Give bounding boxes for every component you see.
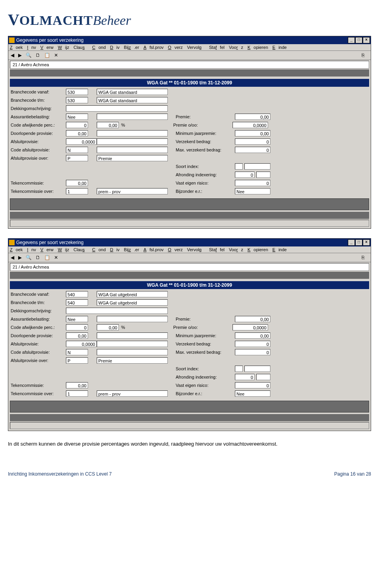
menu-overz[interactable]: Overz [168, 45, 182, 50]
afsluitprovisie-over-field[interactable]: P [66, 357, 88, 364]
verzekerd-bedrag-field[interactable]: 0 [235, 341, 270, 347]
premie-field[interactable]: 0,00 [235, 316, 270, 322]
soort-index-a-field[interactable] [235, 366, 243, 372]
menu-verw[interactable]: Verw [40, 45, 53, 50]
soort-index-a-field[interactable] [235, 163, 243, 170]
tekencommissie-field[interactable]: 0,00 [66, 180, 88, 186]
assurantiebelasting-field[interactable]: Nee [66, 316, 88, 322]
branchecode-vanaf-field[interactable]: 530 [66, 89, 88, 95]
search-icon[interactable]: 🔍 [26, 52, 32, 58]
max-verzekerd-field[interactable]: 0 [235, 349, 270, 355]
afsluitprovisie-over-name-field[interactable]: Premie [97, 155, 168, 161]
menu-einde[interactable]: Einde [272, 247, 287, 252]
menu-div[interactable]: Div [110, 45, 120, 50]
menu-verw[interactable]: Verw [40, 247, 53, 252]
premie-ooo-field[interactable]: 0,0000 [233, 122, 268, 128]
afsluitprovisie-field[interactable]: 0,0000 [66, 341, 97, 347]
menu-voorz[interactable]: Voorz [229, 45, 243, 50]
search-icon[interactable]: 🔍 [26, 255, 32, 260]
menu-inv[interactable]: Inv [27, 247, 36, 252]
exit-icon[interactable]: ⎘ [362, 52, 364, 58]
tekencommissie-over-name-field[interactable]: prem - prov [97, 390, 168, 397]
bijzonder-er-field[interactable]: Nee [235, 188, 270, 194]
code-afsluitprovisie-extra-field[interactable] [97, 349, 168, 355]
assurantiebelasting-extra-field[interactable] [97, 114, 168, 120]
maximize-button[interactable]: □ [355, 37, 362, 43]
delete-icon[interactable]: ✕ [54, 255, 58, 260]
tekencommissie-over-field[interactable]: 1 [66, 188, 88, 194]
menu-wijz[interactable]: Wijz [58, 247, 69, 252]
menu-claus[interactable]: Claus [73, 247, 88, 252]
close-button[interactable]: × [363, 239, 370, 246]
prev-icon[interactable]: ◀ [11, 52, 14, 58]
code-afw-pct-field[interactable]: 0,00 [97, 324, 119, 330]
afronding-index-field[interactable]: 0 [235, 172, 255, 178]
menu-voorz[interactable]: Voorz [229, 247, 243, 252]
menu-bijzer[interactable]: Bijz.er [124, 45, 139, 50]
min-jaarpremie-field[interactable]: 0,00 [235, 332, 270, 339]
menu-afslprov[interactable]: Afsl.prov [143, 247, 163, 252]
minimize-button[interactable]: _ [348, 37, 355, 43]
vast-eigen-risico-field[interactable]: 0 [235, 180, 270, 186]
dekkingomschrijving-field[interactable] [66, 308, 168, 314]
menu-div[interactable]: Div [110, 247, 120, 252]
premie-field[interactable]: 0,00 [235, 114, 270, 120]
menu-inv[interactable]: Inv [27, 45, 36, 50]
copy-icon[interactable]: 📋 [44, 255, 50, 260]
menu-overz[interactable]: Overz [168, 247, 182, 252]
branchecode-tm-field[interactable]: 540 [66, 299, 88, 306]
branchecode-tm-field[interactable]: 530 [66, 97, 88, 103]
prev-icon[interactable]: ◀ [11, 255, 14, 260]
menu-cond[interactable]: Cond [92, 45, 105, 50]
scrollbar-stub[interactable] [10, 220, 369, 227]
menu-staffel[interactable]: Staffel [209, 45, 225, 50]
menu-claus[interactable]: Claus [73, 45, 88, 50]
branche-vanaf-name-field[interactable]: WGA Gat uitgebreid [97, 291, 168, 297]
afsluitprovisie-extra-field[interactable] [97, 341, 168, 347]
code-afsluitprovisie-field[interactable]: N [66, 349, 88, 355]
tekencommissie-field[interactable]: 0,00 [66, 382, 88, 388]
branchecode-vanaf-field[interactable]: 540 [66, 291, 88, 297]
next-icon[interactable]: ▶ [18, 255, 22, 260]
menu-kopieren[interactable]: Kopieren [248, 247, 268, 252]
menu-kopieren[interactable]: Kopieren [248, 45, 268, 50]
new-icon[interactable]: 🗋 [36, 255, 40, 260]
max-verzekerd-field[interactable]: 0 [235, 147, 270, 153]
branche-tm-name-field[interactable]: WGA Gat standaard [97, 97, 168, 103]
menu-afslprov[interactable]: Afsl.prov [143, 45, 163, 50]
branche-vanaf-name-field[interactable]: WGA Gat standaard [97, 89, 168, 95]
doorlopende-provisie-field[interactable]: 0,00 [66, 130, 88, 136]
code-afw-perc-field[interactable]: 0 [66, 324, 88, 330]
maximize-button[interactable]: □ [355, 239, 362, 246]
code-afw-pct-field[interactable]: 0,00 [97, 122, 119, 128]
menu-wijz[interactable]: Wijz [58, 45, 69, 50]
titlebar[interactable]: Gegevens per soort verzekering _ □ × [8, 239, 371, 246]
premie-ooo-field[interactable]: 0,0000 [233, 324, 268, 330]
copy-icon[interactable]: 📋 [44, 52, 50, 58]
exit-icon[interactable]: ⎘ [362, 255, 364, 260]
vast-eigen-risico-field[interactable]: 0 [235, 382, 270, 388]
scrollbar-stub[interactable] [10, 422, 369, 429]
afronding-index-b-field[interactable] [256, 172, 270, 178]
close-button[interactable]: × [363, 37, 370, 43]
doorlopende-provisie-field[interactable]: 0,00 [66, 332, 88, 339]
menu-vervolg[interactable]: Vervolg [187, 247, 205, 252]
verzekerd-bedrag-field[interactable]: 0 [235, 138, 270, 145]
afsluitprovisie-extra-field[interactable] [97, 138, 168, 145]
doorlopende-provisie-extra-field[interactable] [97, 332, 168, 339]
min-jaarpremie-field[interactable]: 0,00 [235, 130, 270, 136]
menu-cond[interactable]: Cond [92, 247, 105, 252]
next-icon[interactable]: ▶ [18, 52, 22, 58]
soort-index-b-field[interactable] [244, 366, 270, 372]
minimize-button[interactable]: _ [348, 239, 355, 246]
menu-zoek[interactable]: Zoek [10, 247, 23, 252]
menu-staffel[interactable]: Staffel [209, 247, 225, 252]
menu-bijzer[interactable]: Bijz.er [124, 247, 139, 252]
code-afsluitprovisie-field[interactable]: N [66, 147, 88, 153]
menu-einde[interactable]: Einde [272, 45, 287, 50]
doorlopende-provisie-extra-field[interactable] [97, 130, 168, 136]
menu-zoek[interactable]: Zoek [10, 45, 23, 50]
afsluitprovisie-field[interactable]: 0,0000 [66, 138, 97, 145]
tekencommissie-over-field[interactable]: 1 [66, 390, 88, 397]
assurantiebelasting-field[interactable]: Nee [66, 114, 88, 120]
